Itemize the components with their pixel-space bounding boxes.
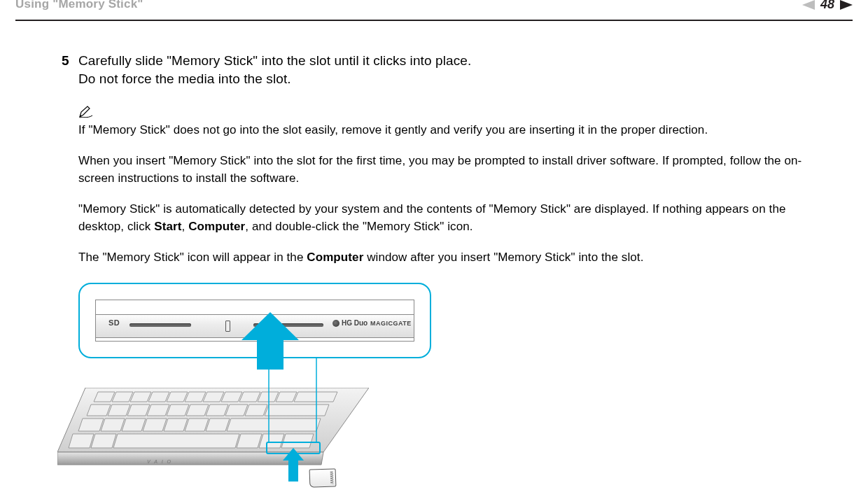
note-block: If "Memory Stick" does not go into the s… — [78, 106, 806, 266]
hgduo-label: HG Duo — [332, 319, 368, 327]
page-nav: 48 — [802, 0, 853, 12]
section-title: Using "Memory Stick" — [15, 0, 144, 11]
step-number: 5 — [62, 53, 78, 69]
indicator-light-icon — [225, 321, 230, 332]
step-text: Carefully slide "Memory Stick" into the … — [78, 52, 471, 87]
note-p2: When you insert "Memory Stick" into the … — [78, 152, 806, 188]
note-p4: The "Memory Stick" icon will appear in t… — [78, 248, 806, 267]
figure-memory-stick-slot: V A I O SD HG Duo MAGICGATE — [78, 283, 449, 492]
page-content: 5 Carefully slide "Memory Stick" into th… — [0, 21, 868, 492]
nav-next-icon[interactable] — [840, 0, 853, 10]
svg-marker-44 — [283, 448, 304, 482]
magicgate-label: MAGICGATE — [370, 320, 412, 327]
page-number: 48 — [820, 0, 834, 12]
sd-label: SD — [108, 318, 120, 327]
note-p1: If "Memory Stick" does not go into the s… — [78, 121, 806, 139]
step-5: 5 Carefully slide "Memory Stick" into th… — [62, 52, 806, 87]
step-line-2: Do not force the media into the slot. — [78, 71, 291, 86]
insert-arrow-small-icon — [283, 448, 304, 482]
step-line-1: Carefully slide "Memory Stick" into the … — [78, 53, 471, 68]
sd-slot-icon — [130, 323, 191, 327]
nav-prev-icon[interactable] — [802, 0, 815, 10]
memory-stick-card-icon — [309, 469, 337, 488]
page-header: Using "Memory Stick" 48 — [0, 0, 868, 17]
svg-marker-43 — [241, 312, 299, 370]
note-p3: "Memory Stick" is automatically detected… — [78, 200, 806, 236]
pen-icon — [78, 106, 94, 122]
insert-arrow-large-icon — [241, 312, 299, 370]
svg-marker-0 — [802, 0, 815, 10]
svg-marker-1 — [840, 0, 853, 10]
